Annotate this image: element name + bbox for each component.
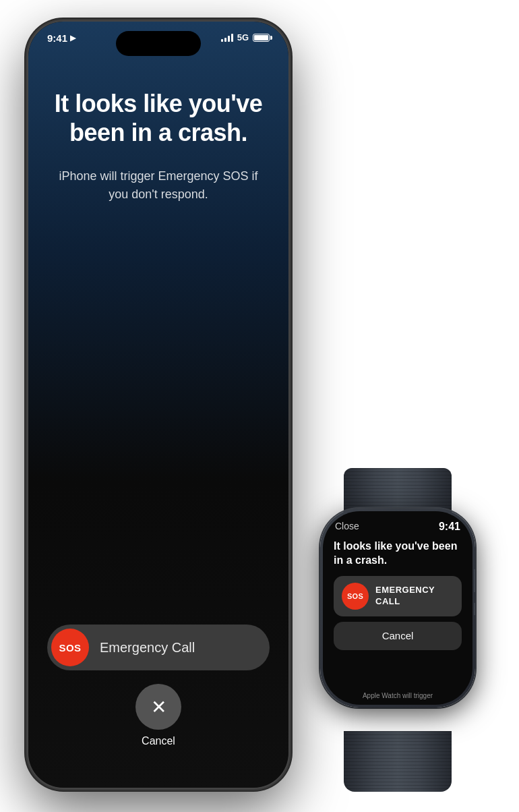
iphone-bottom-actions: SOS Emergency Call ✕ Cancel [28,625,288,747]
network-type: 5G [237,32,249,42]
watch-body: Close 9:41 It looks like you've been in … [320,509,475,707]
signal-bars [221,34,233,42]
time-text: 9:41 [47,32,67,44]
watch-time: 9:41 [439,521,460,533]
cancel-x-icon: ✕ [151,696,166,718]
iphone-main-content: It looks like you've been in a crash. iP… [28,76,288,217]
iphone-power-button [288,143,290,197]
iphone-sub-text: iPhone will trigger Emergency SOS if you… [49,167,268,204]
iphone-time: 9:41 ▶ [47,32,75,44]
watch-sos-label: SOS [347,592,363,600]
watch-sos-circle: SOS [342,583,369,610]
sos-slider[interactable]: SOS Emergency Call [47,625,270,670]
iphone-volume-up-button [27,156,28,204]
watch-side-button [474,603,475,615]
sos-circle-label: SOS [59,642,81,654]
status-right: 5G [221,32,270,42]
watch-cancel-button[interactable]: Cancel [334,622,462,650]
dynamic-island [116,31,201,56]
cancel-button[interactable]: ✕ Cancel [135,684,181,747]
watch-crown [474,569,475,592]
sos-circle[interactable]: SOS [51,629,89,666]
iphone-volume-down-button [27,213,28,260]
devices-container: 9:41 ▶ 5G It l [0,0,519,812]
watch-heading: It looks like you've been in a crash. [334,540,462,568]
apple-watch-wrapper: Close 9:41 It looks like you've been in … [290,468,506,792]
location-icon: ▶ [70,34,75,42]
iphone-device: 9:41 ▶ 5G It l [27,20,290,789]
sos-slider-text: Emergency Call [100,640,195,656]
watch-header: Close 9:41 [323,511,472,537]
iphone-screen: 9:41 ▶ 5G It l [28,22,288,788]
cancel-label: Cancel [142,735,175,747]
watch-sos-text: EMERGENCY CALL [375,585,435,608]
iphone-main-heading: It looks like you've been in a crash. [49,89,268,147]
watch-close-button[interactable]: Close [335,521,359,533]
battery-icon [253,34,270,42]
watch-band-bottom [344,731,452,792]
watch-footer-text: Apple Watch will trigger [323,692,472,705]
watch-cancel-label: Cancel [382,630,414,641]
iphone-mute-button [27,116,28,143]
watch-sos-button[interactable]: SOS EMERGENCY CALL [334,576,462,616]
watch-screen: Close 9:41 It looks like you've been in … [323,511,472,705]
watch-content: It looks like you've been in a crash. SO… [323,537,472,692]
cancel-circle[interactable]: ✕ [135,684,181,730]
